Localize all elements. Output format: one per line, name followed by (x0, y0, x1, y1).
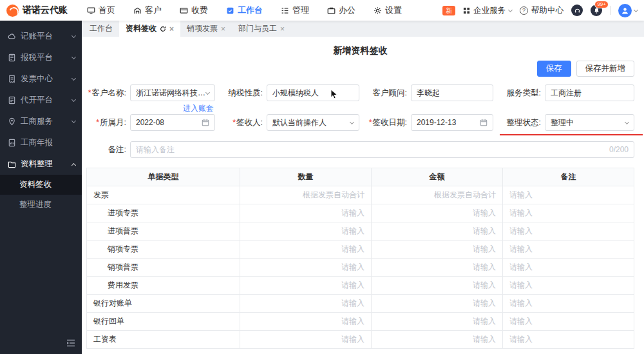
nav-manage[interactable]: 管理 (272, 0, 318, 21)
close-icon[interactable]: × (280, 25, 285, 33)
sidebar-item-label: 工商年报 (21, 137, 53, 148)
amount-cell[interactable]: 请输入 (372, 222, 503, 241)
save-button[interactable]: 保存 (537, 61, 571, 77)
remark-input[interactable] (136, 145, 604, 154)
calendar-icon (480, 119, 488, 126)
sign-date-label: *签收日期: (367, 117, 407, 128)
tab-workbench[interactable]: 工作台 (83, 21, 119, 37)
remark-cell[interactable]: 请输入 (503, 331, 634, 349)
content-area: 工作台 资料签收 × 销项发票 × 部门与员工 × 新增资料签收 (82, 21, 644, 354)
quantity-cell[interactable]: 请输入 (240, 295, 372, 313)
doc-type: 工资表 (87, 331, 240, 349)
sidebar-subitem-progress[interactable]: 整理进度 (0, 195, 82, 215)
help-icon: ? (520, 6, 528, 15)
enterprise-service-menu[interactable]: 企业服务 (463, 5, 512, 16)
organize-status-select[interactable]: 整理中 (545, 114, 634, 131)
amount-cell[interactable]: 请输入 (372, 331, 503, 349)
remark-cell[interactable]: 请输入 (503, 186, 634, 204)
remark-cell[interactable]: 请输入 (503, 277, 634, 295)
user-menu[interactable] (618, 4, 638, 17)
month-field: *所属月: 2022-08 (86, 114, 215, 131)
tab-dept-staff[interactable]: 部门与员工 × (232, 21, 291, 37)
nav-home-label: 首页 (99, 5, 115, 16)
chevron-down-icon (71, 76, 76, 81)
amount-cell[interactable]: 请输入 (372, 259, 503, 277)
collapse-sidebar-button[interactable] (66, 339, 75, 349)
signer-select[interactable]: 默认当前操作人 (267, 114, 359, 131)
close-icon[interactable]: × (221, 25, 225, 33)
sidebar-item-tax[interactable]: 报税平台 (0, 47, 82, 68)
quantity-cell[interactable]: 请输入 (240, 277, 372, 295)
sign-date-datepicker[interactable]: 2019-12-13 (411, 114, 493, 131)
brand-logo[interactable]: 诺诺云代账 (0, 5, 78, 17)
tax-nature-input[interactable]: 小规模纳税人 (267, 84, 359, 101)
customer-service-button[interactable] (571, 5, 583, 16)
customer-advisor-input[interactable]: 李晓起 (411, 84, 493, 101)
amount-cell[interactable]: 请输入 (372, 204, 503, 222)
table-row: 进项普票 请输入 请输入 请输入 (87, 222, 634, 241)
sidebar-item-invoice-center[interactable]: 发票中心 (0, 68, 82, 90)
monitor-icon (87, 6, 95, 15)
sidebar-item-annual-report[interactable]: 工商年报 (0, 132, 82, 153)
service-type-label: 服务类型: (501, 88, 541, 99)
remark-cell[interactable]: 请输入 (503, 259, 634, 277)
amount-cell[interactable]: 请输入 (372, 313, 503, 331)
main-nav: 首页 客户 收费 工作台 管理 办公 (78, 0, 411, 21)
quantity-cell[interactable]: 请输入 (240, 259, 372, 277)
doc-type: 费用发票 (87, 277, 240, 295)
customer-name-label: *客户名称: (86, 88, 126, 99)
help-center-link[interactable]: ? 帮助中心 (520, 5, 564, 16)
quantity-cell[interactable]: 请输入 (240, 222, 372, 241)
quantity-cell[interactable]: 请输入 (240, 313, 372, 331)
remark-cell[interactable]: 请输入 (503, 204, 634, 222)
nav-fees[interactable]: 收费 (171, 0, 217, 21)
nav-settings-label: 设置 (385, 5, 402, 16)
nav-settings[interactable]: 设置 (365, 0, 411, 21)
save-and-new-button[interactable]: 保存并新增 (576, 61, 635, 77)
tab-data-sign[interactable]: 资料签收 × (119, 21, 180, 37)
amount-cell[interactable]: 请输入 (372, 295, 503, 313)
quantity-cell[interactable]: 请输入 (240, 204, 372, 222)
close-icon[interactable]: × (169, 25, 174, 33)
sidebar: 记账平台 报税平台 发票中心 代开平台 工商服务 (0, 21, 82, 354)
nav-office[interactable]: 办公 (318, 0, 365, 21)
cloud-icon (8, 32, 16, 41)
col-header-type: 单据类型 (87, 168, 240, 186)
sidebar-subitem-data-sign[interactable]: 资料签收 (0, 175, 82, 195)
sidebar-item-label: 代开平台 (21, 95, 53, 106)
sidebar-item-data-organize[interactable]: 资料整理 (0, 153, 82, 175)
remark-cell[interactable]: 请输入 (503, 295, 634, 313)
required-asterisk: * (88, 88, 91, 97)
nav-workbench[interactable]: 工作台 (217, 0, 272, 21)
month-datepicker[interactable]: 2022-08 (130, 114, 215, 131)
tab-sales-invoice[interactable]: 销项发票 × (180, 21, 232, 37)
remark-cell[interactable]: 请输入 (503, 241, 634, 259)
amount-cell[interactable]: 请输入 (372, 241, 503, 259)
remark-cell[interactable]: 请输入 (503, 222, 634, 241)
sidebar-item-business-service[interactable]: 工商服务 (0, 111, 82, 132)
apps-grid-icon (463, 7, 470, 14)
nav-home[interactable]: 首页 (78, 0, 124, 21)
service-type-input[interactable]: 工商注册 (545, 84, 634, 101)
workbench-icon (226, 6, 234, 15)
chevron-down-icon (350, 119, 354, 124)
remark-cell[interactable]: 请输入 (503, 313, 634, 331)
tax-nature-label: 纳税性质: (223, 88, 263, 99)
tab-label: 销项发票 (187, 23, 218, 34)
remark-label: 备注: (86, 144, 126, 155)
customer-name-select[interactable]: 浙江诺诺网络科技有... (130, 84, 215, 101)
nav-customers[interactable]: 客户 (124, 0, 171, 21)
quantity-cell[interactable]: 请输入 (240, 241, 372, 259)
sidebar-item-bookkeeping[interactable]: 记账平台 (0, 26, 82, 47)
invoice-icon (8, 75, 16, 83)
amount-cell[interactable]: 请输入 (372, 277, 503, 295)
customer-advisor-field: 客户顾问: 李晓起 (367, 84, 493, 101)
notifications-button[interactable]: 99+ (591, 5, 602, 16)
tab-label: 部门与员工 (238, 23, 277, 34)
table-row: 银行回单 请输入 请输入 请输入 (87, 313, 634, 331)
enter-account-link[interactable]: 进入账套 (183, 103, 214, 114)
refresh-icon[interactable] (160, 26, 166, 32)
report-icon (8, 139, 16, 147)
sidebar-item-issuing[interactable]: 代开平台 (0, 90, 82, 111)
quantity-cell[interactable]: 请输入 (240, 331, 372, 349)
